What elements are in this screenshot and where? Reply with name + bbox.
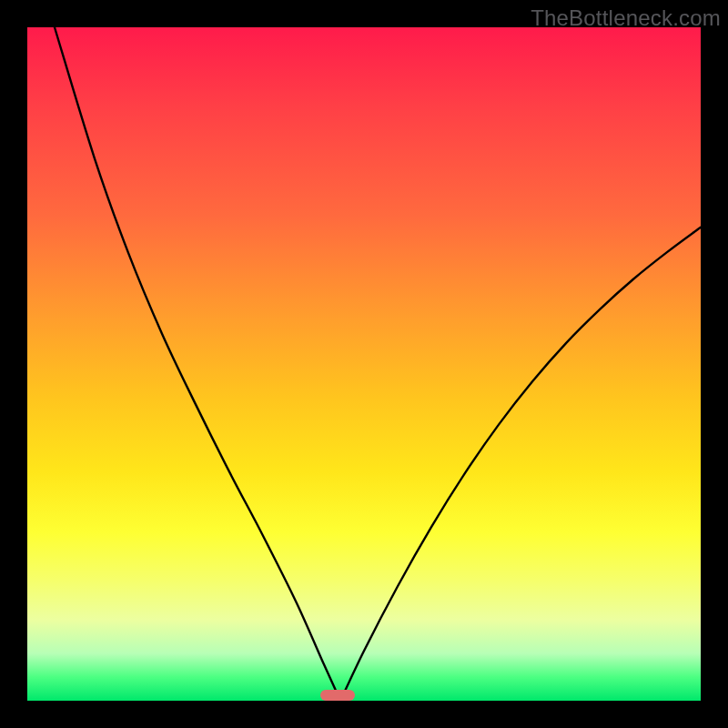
curve-left-branch	[55, 27, 340, 701]
plot-area	[27, 27, 701, 701]
curve-right-branch	[340, 228, 701, 701]
chart-frame: TheBottleneck.com	[0, 0, 728, 728]
bottleneck-curve	[27, 27, 701, 701]
optimum-marker	[320, 690, 355, 701]
